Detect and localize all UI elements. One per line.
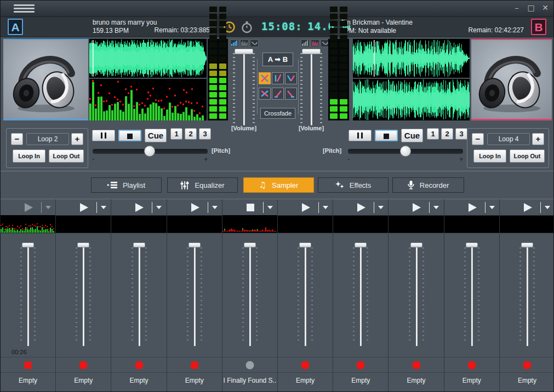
sample-volume-fader[interactable] bbox=[167, 233, 222, 358]
sample-record-button[interactable] bbox=[222, 358, 277, 373]
sample-record-button[interactable] bbox=[1, 358, 55, 373]
sample-dropdown-button[interactable] bbox=[156, 206, 162, 209]
sample-volume-fader[interactable]: 00:26 bbox=[1, 233, 55, 358]
spectrum-view-icon[interactable] bbox=[240, 39, 249, 47]
loop-decrease-button[interactable]: − bbox=[11, 133, 23, 145]
sample-play-button[interactable] bbox=[500, 199, 554, 216]
crossfade-curve-fade-in-button[interactable] bbox=[272, 88, 284, 100]
deck-b-pitch-slider[interactable] bbox=[348, 149, 463, 154]
deck-b-volume-fader[interactable] bbox=[300, 49, 322, 125]
sample-play-button[interactable] bbox=[167, 199, 222, 216]
sample-volume-fader[interactable] bbox=[500, 233, 554, 358]
sample-play-button[interactable] bbox=[444, 199, 499, 216]
close-button[interactable]: ✕ bbox=[540, 3, 550, 13]
deck-b-volume-handle[interactable] bbox=[302, 49, 321, 54]
loop-increase-button[interactable]: + bbox=[532, 133, 544, 145]
sample-play-button[interactable] bbox=[389, 199, 443, 216]
loop-in-button[interactable]: Loop In bbox=[473, 149, 506, 163]
tab-sampler[interactable]: ♫ Sampler bbox=[243, 177, 314, 193]
sample-volume-handle[interactable] bbox=[521, 243, 533, 247]
sample-record-button[interactable] bbox=[167, 358, 222, 373]
sample-record-button[interactable] bbox=[389, 358, 443, 373]
deck-a-hotcue-2-button[interactable]: 2 bbox=[185, 128, 197, 140]
sample-play-button[interactable] bbox=[278, 199, 333, 216]
sample-dropdown-button[interactable] bbox=[212, 206, 218, 209]
menu-icon[interactable] bbox=[14, 4, 35, 13]
bars-view-icon[interactable] bbox=[301, 39, 310, 47]
deck-b-stop-button[interactable] bbox=[375, 130, 398, 141]
sample-stop-button[interactable] bbox=[222, 199, 277, 216]
ab-transition-button[interactable]: A ➡ B bbox=[262, 53, 293, 66]
deck-b-hotcue-2-button[interactable]: 2 bbox=[441, 128, 453, 140]
sample-volume-handle[interactable] bbox=[355, 243, 367, 247]
sample-volume-fader[interactable] bbox=[278, 233, 333, 358]
deck-a-hotcue-1-button[interactable]: 1 bbox=[170, 128, 182, 140]
sample-record-button[interactable] bbox=[500, 358, 554, 373]
sample-volume-fader[interactable] bbox=[111, 233, 166, 358]
sample-play-button[interactable] bbox=[1, 199, 55, 216]
crossfade-curve-cut-button[interactable] bbox=[272, 72, 284, 84]
deck-a-volume-handle[interactable] bbox=[235, 49, 253, 54]
sample-volume-fader[interactable] bbox=[56, 233, 111, 358]
sample-volume-handle[interactable] bbox=[189, 243, 201, 247]
deck-a-stop-button[interactable] bbox=[118, 130, 141, 141]
deck-a-cue-button[interactable]: Cue bbox=[145, 129, 167, 142]
sample-volume-handle[interactable] bbox=[77, 243, 89, 247]
deck-b-pause-button[interactable] bbox=[349, 130, 372, 141]
sample-dropdown-button[interactable] bbox=[433, 206, 439, 209]
crossfade-curve-fade-out-button[interactable] bbox=[285, 88, 297, 100]
loop-increase-button[interactable]: + bbox=[71, 133, 83, 145]
sample-dropdown-button[interactable] bbox=[378, 206, 384, 209]
sample-dropdown-button[interactable] bbox=[545, 206, 550, 209]
loop-out-button[interactable]: Loop Out bbox=[49, 149, 84, 163]
loop-out-button[interactable]: Loop Out bbox=[510, 149, 545, 163]
loop-in-button[interactable]: Loop In bbox=[13, 149, 45, 163]
sample-volume-handle[interactable] bbox=[299, 243, 311, 247]
sample-dropdown-button[interactable] bbox=[323, 206, 328, 209]
sample-dropdown-button[interactable] bbox=[267, 206, 273, 209]
sample-dropdown-button[interactable] bbox=[489, 206, 495, 209]
sample-dropdown-button[interactable] bbox=[45, 206, 51, 209]
sample-play-button[interactable] bbox=[333, 199, 388, 216]
sample-play-button[interactable] bbox=[56, 199, 111, 216]
tab-recorder[interactable]: Recorder bbox=[392, 177, 464, 193]
deck-a-waveform[interactable] bbox=[89, 39, 207, 78]
tab-playlist[interactable]: Playlist bbox=[91, 177, 162, 193]
tab-equalizer[interactable]: Equalizer bbox=[167, 177, 238, 193]
deck-b-hotcue-1-button[interactable]: 1 bbox=[427, 128, 439, 140]
sample-volume-fader[interactable] bbox=[333, 233, 388, 358]
sample-volume-fader[interactable] bbox=[444, 233, 499, 358]
loop-decrease-button[interactable]: − bbox=[472, 133, 484, 145]
deck-b-cue-button[interactable]: Cue bbox=[401, 129, 423, 142]
sample-record-button[interactable] bbox=[111, 358, 166, 373]
sample-volume-fader[interactable] bbox=[222, 233, 277, 358]
crossfade-curve-v-button[interactable] bbox=[285, 72, 297, 84]
sample-play-button[interactable] bbox=[111, 199, 166, 216]
sample-volume-handle[interactable] bbox=[22, 243, 34, 247]
minimize-button[interactable]: – bbox=[512, 3, 522, 13]
sample-record-button[interactable] bbox=[444, 358, 499, 373]
deck-b-waveform[interactable] bbox=[353, 39, 470, 78]
sample-record-button[interactable] bbox=[333, 358, 388, 373]
deck-a-pitch-handle[interactable] bbox=[144, 146, 155, 157]
maximize-button[interactable]: □ bbox=[526, 3, 536, 13]
deck-a-hotcue-3-button[interactable]: 3 bbox=[199, 128, 211, 140]
tab-effects[interactable]: Effects bbox=[318, 177, 389, 193]
crossfade-curve-x-button[interactable] bbox=[259, 72, 271, 84]
spectrum-view-icon[interactable] bbox=[311, 39, 319, 47]
deck-a-volume-fader[interactable] bbox=[233, 49, 255, 125]
deck-a-pitch-slider[interactable] bbox=[93, 149, 208, 154]
stopwatch-icon[interactable] bbox=[241, 21, 253, 33]
deck-b-pitch-handle[interactable] bbox=[400, 146, 411, 157]
deck-a-pause-button[interactable] bbox=[92, 130, 115, 141]
sample-volume-handle[interactable] bbox=[133, 243, 145, 247]
sample-volume-fader[interactable] bbox=[389, 233, 443, 358]
deck-b-hotcue-3-button[interactable]: 3 bbox=[455, 128, 467, 140]
wave-view-icon[interactable] bbox=[250, 39, 259, 47]
bars-view-icon[interactable] bbox=[230, 39, 239, 47]
sample-record-button[interactable] bbox=[56, 358, 111, 373]
sample-dropdown-button[interactable] bbox=[101, 206, 106, 209]
sample-volume-handle[interactable] bbox=[244, 243, 256, 247]
sample-record-button[interactable] bbox=[278, 358, 333, 373]
sample-volume-handle[interactable] bbox=[410, 243, 422, 247]
